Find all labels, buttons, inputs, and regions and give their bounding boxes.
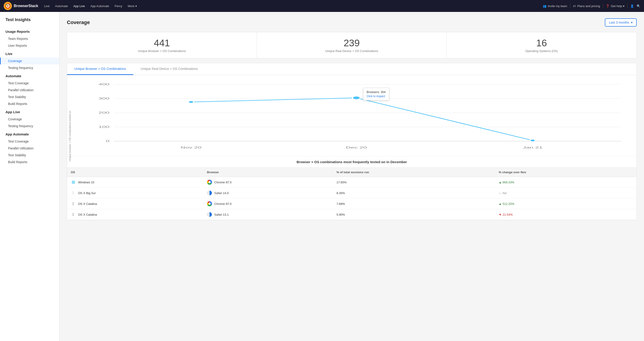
cell-change: ▲ 512.20% (495, 198, 636, 209)
invite-team-button[interactable]: 👥 Invite my team (543, 4, 567, 8)
os-name: Windows 10 (78, 181, 94, 184)
svg-point-4 (6, 4, 7, 5)
search-button[interactable]: 🔍 (637, 4, 640, 8)
chevron-down-icon: ▾ (631, 21, 632, 24)
stat-card-device-os: 239 Unique Real Device + OS Combinations (257, 32, 447, 58)
stat-cards: 441 Unique Browser + OS Combinations 239… (67, 32, 637, 59)
cell-browser: Safari 13.1 (203, 209, 333, 220)
chart-tab-browser-os[interactable]: Unique Browser + OS Combinations (67, 63, 133, 75)
svg-point-3 (7, 5, 8, 7)
nav-automate[interactable]: Automate (53, 3, 70, 9)
nav-more[interactable]: More ▾ (126, 3, 139, 9)
nav-live[interactable]: Live (42, 3, 52, 9)
chart-tab-device-os[interactable]: Unique Real Device + OS Combinations (133, 63, 205, 75)
sidebar-item-automate-build-reports[interactable]: Build Reports (0, 100, 59, 107)
arrow-up-icon: ▲ (499, 202, 502, 206)
change-positive: ▲ 669.33% (499, 181, 633, 184)
user-icon: 👤 (630, 4, 634, 8)
sidebar-item-user-reports[interactable]: User Reports (0, 42, 59, 49)
chart-tooltip-inspect-link[interactable]: Click to inspect (367, 95, 386, 98)
windows-icon: ⊞ (71, 180, 76, 185)
browser-name: Safari 13.1 (214, 213, 229, 216)
help-icon: ❓ (606, 4, 610, 8)
svg-text:200: 200 (98, 111, 110, 114)
browser-name: Safari 14.0 (214, 191, 229, 195)
cell-os:  OS X Catalina (67, 209, 203, 220)
date-filter-label: Last 3 months (609, 21, 629, 24)
sidebar-item-automate-parallel-utilization[interactable]: Parallel Utilization (0, 87, 59, 94)
svg-text:100: 100 (98, 125, 110, 129)
sidebar-item-appautomate-test-stability[interactable]: Test Stability (0, 152, 59, 159)
sidebar-item-automate-test-coverage[interactable]: Test Coverage (0, 80, 59, 87)
svg-point-21 (188, 101, 194, 103)
nav-divider-1 (570, 4, 570, 8)
top-navigation: BrowserStack Live Automate App Live App … (0, 0, 644, 12)
svg-text:Nov 20: Nov 20 (180, 146, 201, 149)
nav-percy[interactable]: Percy (112, 3, 124, 9)
sidebar-item-appautomate-build-reports[interactable]: Build Reports (0, 159, 59, 165)
os-name: OS X Big Sur (78, 191, 96, 195)
sidebar-item-automate-test-stability[interactable]: Test Stability (0, 94, 59, 100)
date-filter-dropdown[interactable]: Last 3 months ▾ (605, 18, 637, 27)
svg-text:300: 300 (98, 97, 110, 100)
dash-icon: — (499, 191, 502, 195)
safari-icon (207, 190, 212, 195)
change-positive: ▲ 512.20% (499, 202, 633, 206)
os-name: OS X Catalina (78, 213, 97, 216)
col-header-browser: Browser (203, 168, 333, 177)
sidebar-item-appautomate-test-coverage[interactable]: Test Coverage (0, 138, 59, 145)
svg-point-23 (530, 139, 536, 142)
y-axis-label: Unique browser + OS combinations tested … (68, 111, 71, 162)
sidebar-item-team-reports[interactable]: Team Reports (0, 35, 59, 42)
svg-point-5 (9, 4, 10, 5)
table-section-title: Browser + OS combinations most frequentl… (67, 156, 636, 168)
sidebar-item-live-coverage[interactable]: Coverage (0, 58, 59, 64)
cell-os:  OS X Big Sur (67, 188, 203, 198)
cell-change: ▲ 669.33% (495, 177, 636, 188)
coverage-table: OS Browser % of total sessions run % cha… (67, 168, 636, 220)
table-row[interactable]:  OS X Catalina Safari 13.1 5.90% ▼ 21.5… (67, 209, 636, 220)
top-actions: 👥 Invite my team 🏷 Plans and pricing ❓ G… (543, 4, 640, 8)
cell-browser: Chrome 87.0 (203, 177, 333, 188)
brand-name: BrowserStack (14, 4, 38, 8)
chart-section: Unique Browser + OS Combinations Unique … (67, 63, 637, 220)
tag-icon: 🏷 (573, 4, 576, 8)
chrome-icon (207, 201, 212, 206)
safari-icon (207, 212, 212, 217)
table-row[interactable]:  OS X Big Sur Safari 14.0 8.35% — NA (67, 188, 636, 198)
stat-label-browser-os: Unique Browser + OS Combinations (72, 49, 252, 53)
plans-pricing-button[interactable]: 🏷 Plans and pricing (573, 4, 600, 8)
chart-tooltip-title: Browsers: 304 (367, 90, 386, 94)
stat-number-os: 16 (451, 38, 632, 48)
sidebar-item-live-testing-frequency[interactable]: Testing frequency (0, 64, 59, 71)
page-title: Coverage (67, 20, 90, 26)
mac-icon:  (71, 212, 76, 217)
user-profile-button[interactable]: 👤 (630, 4, 634, 8)
cell-browser: Chrome 87.0 (203, 198, 333, 209)
svg-text:Dec 20: Dec 20 (346, 146, 367, 149)
nav-app-live[interactable]: App Live (71, 3, 87, 9)
page-header: Coverage Last 3 months ▾ (67, 18, 637, 27)
sidebar-title: Test Insights (0, 18, 59, 27)
nav-app-automate[interactable]: App Automate (88, 3, 112, 9)
brand-logo[interactable]: BrowserStack (4, 2, 38, 10)
sidebar-item-applive-coverage[interactable]: Coverage (0, 116, 59, 123)
svg-point-6 (6, 7, 7, 8)
svg-text:Jan 21: Jan 21 (523, 146, 543, 149)
cell-sessions: 8.35% (333, 188, 495, 198)
col-header-os: OS (67, 168, 203, 177)
search-icon: 🔍 (637, 4, 640, 8)
help-button[interactable]: ❓ Get help ▾ (606, 4, 624, 8)
stat-number-browser-os: 441 (72, 38, 252, 48)
cell-change: ▼ 21.54% (495, 209, 636, 220)
cell-change: — NA (495, 188, 636, 198)
sidebar-item-appautomate-parallel-utilization[interactable]: Parallel Utilization (0, 145, 59, 152)
chrome-icon (207, 180, 212, 185)
main-layout: Test Insights Usage Reports Team Reports… (0, 12, 644, 341)
table-row[interactable]:  OS X Catalina Chrome 87.0 7.68% ▲ 512.… (67, 198, 636, 209)
cell-sessions: 5.90% (333, 209, 495, 220)
sidebar-item-applive-testing-frequency[interactable]: Testing frequency (0, 123, 59, 130)
sidebar-section-automate: Automate (0, 71, 59, 80)
table-row[interactable]: ⊞ Windows 10 Chrome 87.0 17.65% ▲ 669.33… (67, 177, 636, 188)
cell-os: ⊞ Windows 10 (67, 177, 203, 188)
